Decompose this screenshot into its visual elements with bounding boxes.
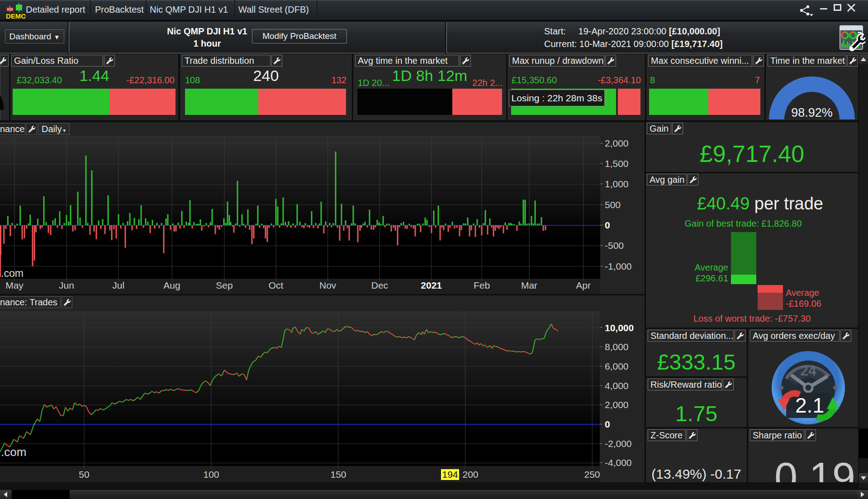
svg-text:24: 24 bbox=[800, 362, 816, 379]
svg-text:Nov: Nov bbox=[319, 280, 337, 290]
svg-text:Sep: Sep bbox=[216, 280, 232, 290]
svg-text:150: 150 bbox=[330, 469, 346, 480]
svg-text:Jul: Jul bbox=[112, 280, 124, 290]
svg-text:200: 200 bbox=[462, 469, 478, 480]
svg-text:2.1: 2.1 bbox=[795, 394, 824, 417]
svg-text:Oct: Oct bbox=[269, 280, 284, 290]
svg-text:Dec: Dec bbox=[371, 280, 388, 290]
svg-text:50: 50 bbox=[79, 469, 89, 480]
svg-text:Aug: Aug bbox=[163, 280, 180, 290]
svg-text:Jun: Jun bbox=[59, 280, 74, 290]
svg-text:DEMO: DEMO bbox=[6, 12, 25, 19]
svg-text:98.92%: 98.92% bbox=[791, 106, 833, 119]
svg-text:100: 100 bbox=[203, 469, 219, 480]
svg-text:194: 194 bbox=[442, 469, 458, 480]
svg-text:May: May bbox=[5, 280, 24, 290]
svg-text:Apr: Apr bbox=[576, 280, 591, 290]
svg-text:.com: .com bbox=[1, 267, 24, 279]
svg-text:250: 250 bbox=[584, 469, 600, 480]
svg-text:.com: .com bbox=[1, 445, 26, 459]
svg-text:Feb: Feb bbox=[474, 280, 490, 290]
svg-text:Mar: Mar bbox=[521, 280, 537, 290]
svg-text:2021: 2021 bbox=[421, 280, 442, 290]
